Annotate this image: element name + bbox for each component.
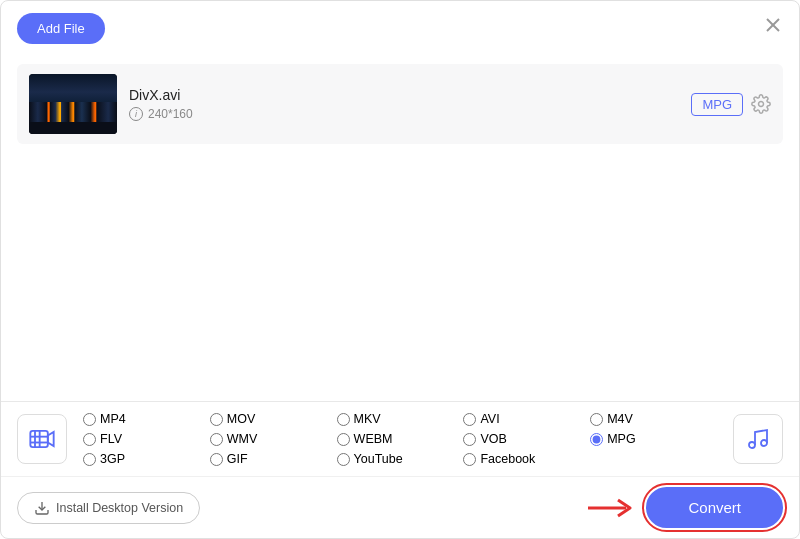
svg-point-9 [761, 440, 767, 446]
svg-point-8 [749, 442, 755, 448]
file-info: DivX.avi i 240*160 [129, 87, 679, 121]
convert-button[interactable]: Convert [646, 487, 783, 528]
format-mp4[interactable]: MP4 [83, 412, 210, 426]
toolbar: Add File [1, 1, 799, 56]
format-3gp[interactable]: 3GP [83, 452, 210, 466]
install-button[interactable]: Install Desktop Version [17, 492, 200, 524]
footer: Install Desktop Version Convert [1, 476, 799, 538]
file-item: DivX.avi i 240*160 MPG [17, 64, 783, 144]
file-list: DivX.avi i 240*160 MPG [1, 56, 799, 401]
format-bar: MP4 MOV MKV AVI M4V FLV [1, 401, 799, 476]
add-file-button[interactable]: Add File [17, 13, 105, 44]
file-meta: i 240*160 [129, 107, 679, 121]
format-options: MP4 MOV MKV AVI M4V FLV [83, 412, 717, 466]
format-wmv[interactable]: WMV [210, 432, 337, 446]
format-mkv[interactable]: MKV [337, 412, 464, 426]
format-mov[interactable]: MOV [210, 412, 337, 426]
format-m4v[interactable]: M4V [590, 412, 717, 426]
close-button[interactable] [763, 15, 783, 35]
format-badge[interactable]: MPG [691, 93, 743, 116]
format-youtube[interactable]: YouTube [337, 452, 464, 466]
info-icon: i [129, 107, 143, 121]
format-mpg[interactable]: MPG [590, 432, 717, 446]
svg-point-2 [759, 102, 764, 107]
format-vob[interactable]: VOB [463, 432, 590, 446]
footer-right: Convert [588, 487, 783, 528]
file-thumbnail [29, 74, 117, 134]
format-flv[interactable]: FLV [83, 432, 210, 446]
download-icon [34, 500, 50, 516]
file-actions: MPG [691, 93, 771, 116]
settings-button[interactable] [751, 94, 771, 114]
install-label: Install Desktop Version [56, 501, 183, 515]
file-name: DivX.avi [129, 87, 679, 103]
format-avi[interactable]: AVI [463, 412, 590, 426]
format-gif[interactable]: GIF [210, 452, 337, 466]
main-window: Add File DivX.avi i 240*160 MPG [0, 0, 800, 539]
audio-format-icon[interactable] [733, 414, 783, 464]
arrow-icon [588, 496, 634, 520]
format-facebook[interactable]: Facebook [463, 452, 590, 466]
file-resolution: 240*160 [148, 107, 193, 121]
format-webm[interactable]: WEBM [337, 432, 464, 446]
video-format-icon[interactable] [17, 414, 67, 464]
